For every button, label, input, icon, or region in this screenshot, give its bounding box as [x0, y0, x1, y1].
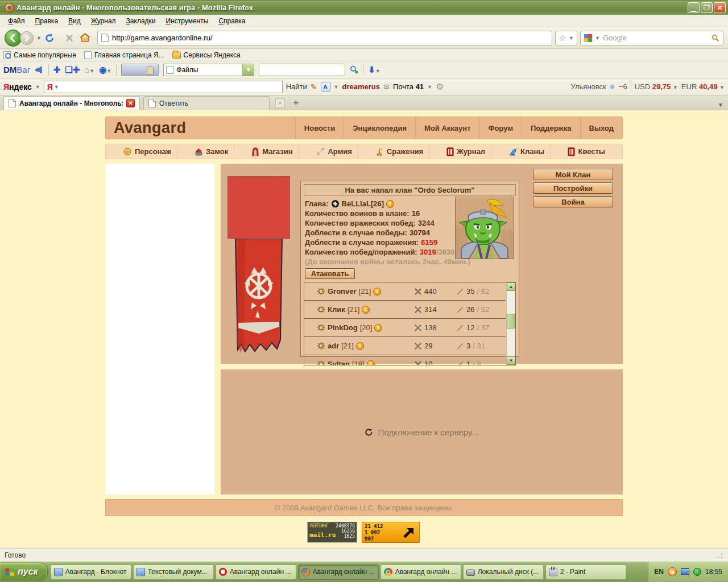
- scroll-thumb[interactable]: [507, 314, 515, 329]
- menu-edit[interactable]: Правка: [31, 16, 63, 26]
- nav-account[interactable]: Мой Аккаунт: [415, 117, 479, 139]
- player-row[interactable]: Клик[21]i 314 26/ 52: [304, 301, 506, 319]
- tray-network-icon[interactable]: [681, 568, 689, 575]
- tray-collapse-icon[interactable]: ◄: [668, 567, 677, 576]
- task-notepad-2[interactable]: Текстовый докум...: [133, 564, 214, 580]
- nav-support[interactable]: Поддержка: [522, 117, 580, 139]
- url-text[interactable]: http://game.avangardonline.ru/: [112, 34, 212, 42]
- yandex-user[interactable]: dreamerus: [342, 82, 380, 91]
- war-button[interactable]: Война: [533, 196, 613, 207]
- player-row[interactable]: Syltan[19]i 10 1/ 8: [304, 355, 506, 365]
- language-indicator[interactable]: EN: [654, 568, 664, 576]
- restore-button[interactable]: ❐: [701, 2, 713, 13]
- player-row[interactable]: adr[21]i 29 3/ 31: [304, 337, 506, 355]
- bookmark-popular[interactable]: Самые популярные: [3, 51, 76, 59]
- player-row[interactable]: PinkDog[20]i 138 12/ 37: [304, 319, 506, 337]
- files-select[interactable]: Файлы ▼: [163, 64, 254, 76]
- buildings-button[interactable]: Постройки: [533, 182, 613, 194]
- dmbar-home-icon[interactable]: ⌂▼: [84, 65, 94, 74]
- info-icon[interactable]: i: [386, 200, 394, 208]
- gametab-shop[interactable]: Магазин: [246, 144, 299, 159]
- task-opera[interactable]: Авангард онлайн ...: [216, 564, 296, 580]
- list-scrollbar[interactable]: ▲ ▼: [506, 282, 515, 365]
- nav-encyclopedia[interactable]: Энциклопедия: [344, 117, 415, 139]
- task-paint[interactable]: 2 - Paint: [545, 564, 626, 580]
- mailru-counter[interactable]: РЕЙТИНГ2408976 mail.ru 162561025: [307, 522, 357, 543]
- search-box[interactable]: ▼ Google: [580, 31, 723, 45]
- gametab-castle[interactable]: Замок: [189, 144, 234, 159]
- gear-icon[interactable]: ⚙: [436, 81, 444, 92]
- dmbar-search-input[interactable]: [259, 64, 345, 76]
- game-logo[interactable]: Avangard: [106, 119, 195, 137]
- forward-button[interactable]: [20, 31, 34, 45]
- menu-view[interactable]: Вид: [64, 16, 85, 26]
- orange-counter[interactable]: 21 412 1 092 907: [362, 522, 420, 543]
- gametab-quests[interactable]: Квесты: [562, 144, 611, 159]
- eur-rate[interactable]: EUR 40,49 ▼: [681, 82, 725, 91]
- info-icon[interactable]: i: [362, 306, 370, 314]
- list-all-tabs-button[interactable]: ▼: [718, 102, 723, 108]
- info-icon[interactable]: i: [374, 324, 382, 332]
- add-window-icon[interactable]: ❏✚: [65, 65, 80, 75]
- start-button[interactable]: пуск: [0, 563, 47, 580]
- gametab-character[interactable]: Персонаж: [117, 144, 177, 159]
- magnifier-icon[interactable]: [712, 34, 719, 42]
- gametab-journal[interactable]: Журнал: [441, 144, 491, 159]
- close-button[interactable]: ✕: [714, 2, 726, 13]
- gametab-battles[interactable]: Сражения: [370, 144, 429, 159]
- gametab-army[interactable]: Армия: [310, 144, 358, 159]
- bookmark-star-button[interactable]: ☆ ▼: [555, 31, 577, 45]
- war-leader-name[interactable]: BeLLiaL[26]: [342, 199, 384, 209]
- info-icon[interactable]: i: [367, 360, 375, 366]
- menu-file[interactable]: Файл: [3, 16, 30, 26]
- search-engine-dropdown[interactable]: ▼: [595, 35, 600, 41]
- attack-button[interactable]: Атаковать: [305, 268, 355, 279]
- add-icon[interactable]: ✚: [53, 65, 61, 75]
- select-arrow-icon[interactable]: ▼: [242, 64, 254, 76]
- task-explorer-disk[interactable]: Локальный диск (...: [463, 564, 544, 580]
- nav-news[interactable]: Новости: [295, 117, 344, 139]
- history-dropdown[interactable]: ▼: [36, 35, 42, 41]
- reload-button[interactable]: [44, 33, 59, 43]
- task-firefox-active[interactable]: Авангард онлайн ...: [298, 564, 379, 580]
- nav-forum[interactable]: Форум: [479, 117, 522, 139]
- tab-close-icon[interactable]: ✕: [126, 99, 135, 107]
- scroll-up-icon[interactable]: ▲: [507, 282, 515, 291]
- yandex-search-input[interactable]: Я ▼: [44, 81, 283, 93]
- dmbar-magnifier-icon[interactable]: [350, 65, 358, 74]
- dmbar-preview-button[interactable]: [121, 64, 159, 76]
- resize-grip[interactable]: [715, 551, 723, 559]
- bookmark-yandex-services[interactable]: Сервисы Яндекса: [172, 51, 241, 59]
- new-tab-button[interactable]: ＋: [289, 98, 302, 108]
- minimize-button[interactable]: ▁: [688, 2, 700, 13]
- bookmark-yandex-home[interactable]: Главная страница Я...: [84, 51, 164, 59]
- menu-history[interactable]: Журнал: [86, 16, 121, 26]
- megaphone-icon[interactable]: [35, 65, 44, 74]
- tab-avangard[interactable]: Авангард онлайн - Многопольз... ✕: [3, 96, 140, 110]
- search-placeholder[interactable]: Google: [603, 34, 709, 42]
- info-icon[interactable]: i: [356, 342, 364, 350]
- menu-help[interactable]: Справка: [214, 16, 250, 26]
- yandex-logo[interactable]: Яндекс: [3, 82, 32, 92]
- my-clan-button[interactable]: Мой Клан: [533, 169, 613, 180]
- stop-button[interactable]: ×: [62, 30, 77, 46]
- task-notepad-1[interactable]: Авангард - Блокнот: [51, 564, 131, 580]
- tab-reply[interactable]: Ответить: [143, 96, 270, 110]
- menu-tools[interactable]: Инструменты: [162, 16, 213, 26]
- globe-icon[interactable]: ◉▼: [99, 65, 111, 75]
- nav-exit[interactable]: Выход: [580, 117, 622, 139]
- tray-status-icon[interactable]: [693, 568, 701, 576]
- scroll-down-icon[interactable]: ▼: [507, 356, 515, 365]
- gametab-clans[interactable]: Кланы: [503, 144, 551, 159]
- download-icon[interactable]: ⬇▼: [368, 65, 380, 75]
- home-button[interactable]: [80, 33, 94, 43]
- usd-rate[interactable]: USD 29,75 ▼: [635, 82, 678, 91]
- back-button[interactable]: [5, 30, 22, 47]
- yandex-find-button[interactable]: Найти: [286, 82, 307, 91]
- weather-city[interactable]: Ульяновск: [571, 82, 606, 91]
- menu-bookmarks[interactable]: Закладки: [122, 16, 160, 26]
- info-icon[interactable]: i: [373, 288, 381, 296]
- task-chrome[interactable]: Авангард онлайн ...: [380, 564, 461, 580]
- url-bar[interactable]: http://game.avangardonline.ru/: [97, 31, 552, 45]
- translate-icon[interactable]: А: [321, 82, 330, 92]
